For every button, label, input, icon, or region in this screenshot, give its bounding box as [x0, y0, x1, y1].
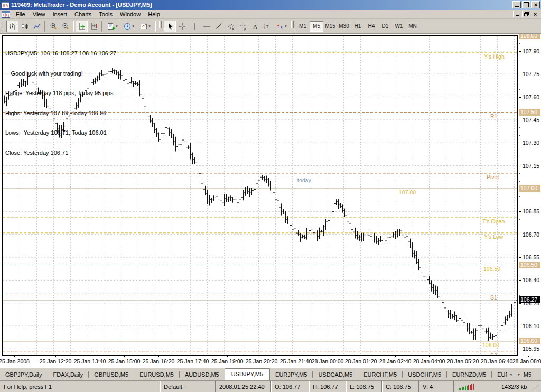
price-tick [519, 143, 521, 143]
toolbar-separator [44, 21, 45, 32]
equidistant-channel-button[interactable]: E [225, 21, 237, 32]
timeframe-mn-button[interactable]: MN [406, 21, 419, 32]
crosshair-button[interactable] [176, 21, 188, 32]
toolbar-separator [101, 21, 102, 32]
profiles-icon [123, 22, 132, 31]
toolbar-grip[interactable] [159, 21, 162, 32]
time-tick [158, 356, 159, 357]
fibonacci-retracement-icon: F [239, 22, 247, 31]
trendline-button[interactable] [212, 21, 225, 32]
chart-tab-audusd-m5[interactable]: AUDUSD,M5 [180, 369, 225, 380]
tab-scroll-left-button[interactable]: ◂ [507, 370, 515, 378]
chart-tab-fdax-daily[interactable]: FDAX,Daily [48, 369, 89, 380]
chart-tab-eurjpy-m5[interactable]: EURJPY,M5 [270, 369, 312, 380]
status-datetime: 2008.01.25 22:40 [215, 381, 270, 392]
chart-tab-si-d[interactable]: SI,D [537, 369, 541, 380]
toolbar-grip[interactable] [291, 21, 294, 32]
time-tick-label: 28 Jan 05:20 [447, 358, 479, 365]
timeframe-h1-button[interactable]: H1 [351, 21, 365, 32]
toolbar-grip[interactable] [2, 21, 4, 32]
dropdown-arrow-icon[interactable]: ▾ [132, 24, 134, 29]
text-button[interactable]: A [249, 21, 261, 32]
line-chart-button[interactable] [31, 21, 43, 32]
time-axis[interactable]: 25 Jan 200825 Jan 12:2025 Jan 13:4025 Ja… [0, 356, 541, 368]
time-tick [262, 356, 262, 357]
svg-text:A: A [253, 23, 257, 30]
time-tick [296, 356, 296, 357]
templates-button[interactable]: ▾ [137, 21, 153, 32]
vertical-line-button[interactable] [188, 21, 200, 32]
arrow-tools-button[interactable]: ▾ [273, 21, 290, 32]
text-label-button[interactable]: T [261, 21, 273, 32]
time-tick-label: 25 Jan 19:00 [211, 358, 244, 365]
window-close-button[interactable]: × [531, 1, 540, 8]
timeframe-m30-button[interactable]: M30 [337, 21, 351, 32]
fibonacci-retracement-button[interactable]: F [237, 21, 249, 32]
title-bar[interactable]: 119409: MetaTrader - Demo Account - [USD… [0, 0, 541, 10]
chart-tab-eurnzd-m5[interactable]: EURNZD,M5 [447, 369, 491, 380]
dropdown-arrow-icon[interactable]: ▾ [285, 24, 287, 29]
level-label-todays-open: T's Open [482, 218, 505, 225]
window-maximize-button[interactable] [522, 1, 530, 8]
menu-tools[interactable]: Tools [95, 10, 116, 18]
timeframe-d1-button[interactable]: D1 [378, 21, 392, 32]
time-tick-label: 25 Jan 13:40 [74, 358, 106, 365]
chart-info-overlay: USDJPY,M5 106.16 106.27 106.16 106.27 --… [5, 37, 116, 169]
chart-shift-button[interactable] [88, 21, 100, 32]
resize-grip[interactable] [533, 383, 540, 391]
menu-insert[interactable]: Insert [49, 10, 71, 18]
chart-window-icon[interactable] [2, 11, 10, 18]
candlestick-chart-button[interactable] [18, 21, 31, 32]
status-high: H: 106.77 [309, 381, 346, 392]
timeframe-w1-button[interactable]: W1 [392, 21, 406, 32]
auto-scroll-icon [78, 22, 86, 31]
cursor-icon [166, 22, 174, 31]
timeframe-m15-button[interactable]: M15 [323, 21, 337, 32]
bar-chart-button[interactable] [6, 21, 18, 32]
zoom-out-button[interactable] [59, 21, 71, 32]
price-minor-tick [519, 219, 520, 220]
level-label-pivot-s1: S1 [490, 294, 497, 301]
price-minor-tick [519, 334, 520, 334]
mdi-close-button[interactable]: × [531, 11, 539, 17]
price-minor-tick [519, 288, 520, 288]
price-tick [519, 211, 521, 212]
auto-scroll-button[interactable] [76, 21, 88, 32]
zoom-in-button[interactable] [47, 21, 59, 32]
chart-tab-eurusd-m5[interactable]: EURUSD,M5 [134, 369, 179, 380]
price-axis[interactable]: 107.90107.75107.60107.45107.30107.15107.… [519, 34, 541, 368]
window-minimize-button[interactable] [512, 1, 521, 8]
dropdown-arrow-icon[interactable]: ▾ [116, 24, 118, 29]
mdi-minimize-button[interactable] [513, 11, 521, 17]
new-chart-button[interactable]: ▾ [104, 21, 120, 32]
text-label-icon: T [263, 22, 272, 31]
dropdown-arrow-icon[interactable]: ▾ [148, 24, 151, 29]
level-label-yesterdays-low: Y's Low [484, 234, 503, 240]
profiles-button[interactable]: ▾ [120, 21, 137, 32]
chart-close-line: Close: Yesterday 106.71 [5, 150, 116, 156]
status-traffic: 1432/3 kb [501, 384, 527, 390]
status-close: C: 106.75 [381, 381, 418, 392]
chart-tab-usdjpy-m5[interactable]: USDJPY,M5 [225, 368, 270, 380]
chart-tab-gbpusd-m5[interactable]: GBPUSD,M5 [89, 369, 134, 380]
mdi-restore-button[interactable] [522, 11, 530, 17]
status-profile: Default [160, 381, 215, 392]
chart-tab-usdchf-m5[interactable]: USDCHF,M5 [403, 369, 446, 380]
timeframe-m5-button[interactable]: M5 [310, 21, 323, 32]
status-bar: For Help, press F1Default2008.01.25 22:4… [0, 380, 541, 392]
chart-tab-eurchf-m5[interactable]: EURCHF,M5 [358, 369, 402, 380]
templates-icon [139, 22, 148, 31]
menu-file[interactable]: File [12, 10, 29, 18]
chart-tab-usdcad-m5[interactable]: USDCAD,M5 [313, 369, 358, 380]
horizontal-line-button[interactable] [200, 21, 212, 32]
menu-charts[interactable]: Charts [71, 10, 95, 18]
connection-bars-icon [459, 384, 474, 390]
tab-scroll-right-button[interactable]: ▸ [515, 370, 523, 378]
menu-window[interactable]: Window [116, 10, 144, 18]
menu-view[interactable]: View [29, 10, 49, 18]
chart-tab-gbpjpy-daily[interactable]: GBPJPY,Daily [0, 369, 48, 380]
timeframe-m1-button[interactable]: M1 [296, 21, 310, 32]
menu-help[interactable]: Help [144, 10, 164, 18]
timeframe-h4-button[interactable]: H4 [365, 21, 378, 32]
cursor-button[interactable] [164, 21, 176, 32]
